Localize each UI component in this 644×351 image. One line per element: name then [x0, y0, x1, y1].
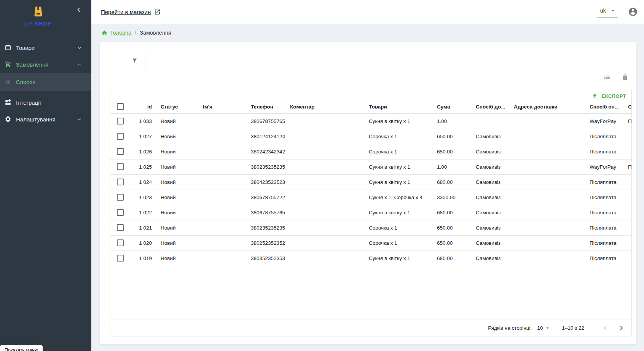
column-header-products[interactable]: Товари [369, 100, 437, 113]
cell-id: 1 020 [126, 235, 161, 250]
cell-sum: 680.00 [437, 205, 476, 220]
cell-name [203, 144, 251, 159]
breadcrumb: Головна / Замовлення [100, 24, 636, 42]
column-header-phone[interactable]: Телефон [251, 100, 290, 113]
table-row[interactable]: 1 021Новий380235235235Сорочка x 1650.00С… [110, 220, 631, 235]
breadcrumb-home-link[interactable]: Головна [110, 30, 131, 36]
table-row[interactable]: 1 020Новий380252352352Сорочка x 1650.00С… [110, 235, 631, 250]
sidebar-item-integrations[interactable]: Інтеграції [0, 94, 91, 111]
cell-name [203, 235, 251, 250]
cell-payment_status [628, 250, 631, 266]
row-checkbox[interactable] [117, 194, 124, 201]
cell-id: 1 026 [126, 144, 161, 159]
cell-delivery: Самовивіз [476, 129, 514, 144]
row-checkbox[interactable] [117, 163, 124, 170]
cell-delivery: Самовивіз [476, 205, 514, 220]
sidebar-item-products[interactable]: Товари [0, 39, 91, 56]
cell-products: Сорочка x 1 [369, 235, 437, 250]
cell-id: 1 027 [126, 129, 161, 144]
row-checkbox[interactable] [117, 239, 124, 246]
orders-cart-icon [5, 61, 11, 68]
export-row: ЕКСПОРТ [110, 87, 631, 100]
external-link-icon [154, 9, 161, 15]
column-header-sum[interactable]: Сума [437, 100, 476, 113]
column-header-address[interactable]: Адреса доставки [514, 100, 590, 113]
cell-products: Сукня в квітку x 1 [369, 174, 437, 190]
column-header-name[interactable]: Ім'я [203, 100, 251, 113]
logo[interactable]: LP-SHOP [0, 5, 76, 27]
column-header-status[interactable]: Статус [161, 100, 203, 113]
cell-phone: 380678755765 [251, 205, 290, 220]
cell-products: Сукня в квітку x 1 [369, 250, 437, 266]
column-header-comment[interactable]: Коментар [290, 100, 369, 113]
sidebar-item-label: Замовлення [16, 61, 48, 68]
sidebar-collapse-button[interactable] [76, 7, 82, 13]
table-row[interactable]: 1 022Новий380678755765Сукня в квітку x 1… [110, 205, 631, 220]
next-page-button[interactable] [618, 325, 625, 331]
column-header-id[interactable]: id [126, 100, 161, 113]
export-button[interactable]: ЕКСПОРТ [591, 93, 626, 99]
column-header-payment[interactable]: Спосіб оп... [590, 100, 628, 113]
select-all-checkbox[interactable] [117, 103, 124, 110]
delete-button[interactable] [621, 73, 629, 81]
row-checkbox[interactable] [117, 148, 124, 155]
checkbox-cell [110, 174, 126, 190]
checkbox-cell [110, 113, 126, 129]
cell-name [203, 113, 251, 129]
checkbox-cell [110, 144, 126, 159]
column-header-delivery[interactable]: Спосіб до... [476, 100, 514, 113]
checkbox-cell [110, 100, 126, 113]
row-checkbox[interactable] [117, 179, 124, 185]
sidebar-item-settings[interactable]: Налаштування [0, 111, 91, 128]
table-row[interactable]: 1 023Новий380678755722Сукня x 1, Сорочка… [110, 190, 631, 205]
store-link[interactable]: Перейти в магазин [101, 9, 161, 15]
row-checkbox[interactable] [117, 255, 124, 262]
view-list-button[interactable] [603, 73, 611, 81]
sidebar-item-label: Налаштування [16, 116, 56, 123]
cell-address [514, 250, 590, 266]
table-row[interactable]: 1 026Новий380242342342Сорочка x 1650.00С… [110, 144, 631, 159]
rows-per-page-select[interactable]: 10 [537, 325, 550, 331]
rows-per-page-value: 10 [537, 325, 543, 331]
table-row[interactable]: 1 024Новий380423523523Сукня в квітку x 1… [110, 174, 631, 190]
table-row[interactable]: 1 025Новий380235235235Сукня в квітку x 1… [110, 159, 631, 174]
shopping-bag-logo-icon [31, 5, 45, 19]
table-row[interactable]: 1 033Новий380678755765Сукня в квітку x 1… [110, 113, 631, 129]
sidebar-nav: Товари Замовлення Список [0, 39, 91, 128]
products-box-icon [5, 44, 11, 51]
column-header-payment_status[interactable]: С [628, 100, 631, 113]
cell-id: 1 022 [126, 205, 161, 220]
cell-comment [290, 159, 369, 174]
language-select[interactable]: uk [597, 6, 618, 18]
cell-payment: Післяплата [590, 205, 628, 220]
row-checkbox[interactable] [117, 224, 124, 231]
cell-status: Новий [161, 220, 203, 235]
checkbox-cell [110, 129, 126, 144]
cell-sum: 650.00 [437, 144, 476, 159]
table-row[interactable]: 1 027Новий380124124124Сорочка x 1650.00С… [110, 129, 631, 144]
cell-id: 1 019 [126, 250, 161, 266]
row-checkbox[interactable] [117, 118, 124, 124]
sidebar-item-orders[interactable]: Замовлення [0, 56, 91, 73]
cell-products: Сукня x 1, Сорочка x 4 [369, 190, 437, 205]
row-checkbox[interactable] [117, 133, 124, 140]
cell-name [203, 174, 251, 190]
cell-products: Сукня в квітку x 1 [369, 205, 437, 220]
sidebar-item-orders-list[interactable]: Список [0, 73, 91, 91]
cell-comment [290, 250, 369, 266]
cell-delivery: Самовивіз [476, 220, 514, 235]
cell-products: Сукня в квітку x 1 [369, 113, 437, 129]
cell-sum: 1.00 [437, 159, 476, 174]
cell-delivery: Самовивіз [476, 159, 514, 174]
table-row[interactable]: 1 019Новий380352352353Сукня в квітку x 1… [110, 250, 631, 266]
cell-id: 1 023 [126, 190, 161, 205]
cell-payment_status [628, 205, 631, 220]
filter-button[interactable] [132, 57, 138, 64]
user-avatar-button[interactable] [628, 7, 638, 17]
cell-phone: 380235235235 [251, 220, 290, 235]
pagination: Рядків на сторінці: 10 1–10 з 22 [110, 319, 631, 337]
language-value: uk [600, 8, 606, 14]
row-checkbox[interactable] [117, 209, 124, 216]
prev-page-button[interactable] [602, 325, 608, 331]
cell-id: 1 024 [126, 174, 161, 190]
